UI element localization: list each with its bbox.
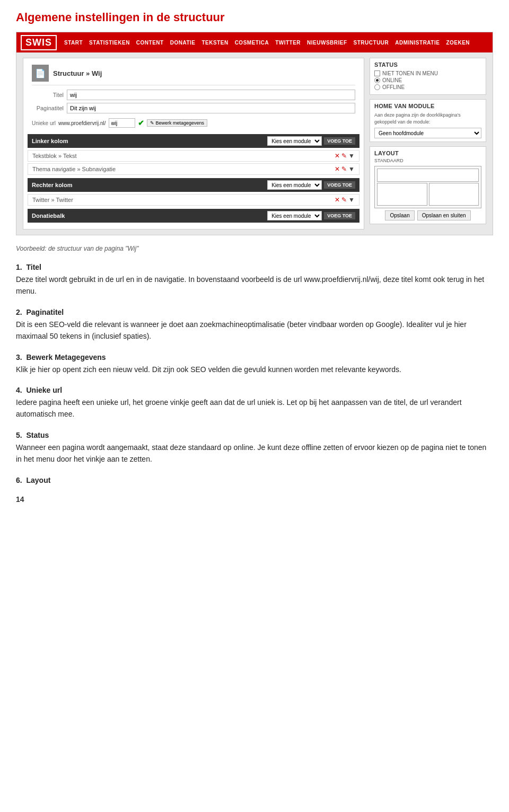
section-3: 3. Bewerk Metagegevens Klik je hier op o… [16,353,493,375]
section-1-number: 1. [16,263,22,271]
section-2-body: Dit is een SEO-veld die relevant is wann… [16,319,493,342]
thema-nav-label: Thema navigatie » Subnavigatie [32,166,116,172]
niet-tonen-label: NIET TONEN IN MENU [382,70,438,76]
nav-teksten[interactable]: TEKSTEN [201,40,228,46]
paginatitel-input[interactable] [67,103,355,113]
url-valid-icon: ✔ [138,119,144,127]
tekstblok-close-icon[interactable]: ✕ [335,152,340,160]
thema-nav-actions: ✕ ✎ ▼ [335,165,355,173]
bewerk-metagegevens-button[interactable]: ✎ Bewerk metagegevens [147,119,208,127]
cms-content-area: 📄 Structuur » Wij Titel Paginatitel [16,52,493,235]
status-title: Status [374,61,481,68]
hoofdmodule-select[interactable]: Geen hoofdmodule [374,128,481,138]
thema-nav-close-icon[interactable]: ✕ [335,165,340,173]
nav-cosmetica[interactable]: COSMETICA [235,40,269,46]
section-2: 2. Paginatitel Dit is een SEO-veld die r… [16,308,493,342]
section-6-heading: Layout [26,476,50,484]
layout-col-right [429,183,479,206]
offline-label: OFFLINE [382,84,405,90]
offline-radio[interactable] [374,84,380,90]
swis-nav: SWIS START STATISTIEKEN CONTENT DONATIE … [16,32,493,52]
page-icon: 📄 [32,65,49,82]
offline-row: OFFLINE [374,84,481,90]
opslaan-sluiten-button[interactable]: Opslaan en sluiten [417,210,471,220]
save-buttons-row: Opslaan Opslaan en sluiten [374,210,481,220]
title-form-area: Titel Paginatitel [32,90,355,116]
edit-icon: ✎ [150,120,154,126]
twitter-label: Twitter » Twitter [32,197,73,203]
layout-middle-row [377,183,479,206]
section-4-number: 4. [16,386,22,394]
section-2-heading: Paginatitel [26,308,64,316]
tekstblok-move-icon[interactable]: ▼ [348,152,355,160]
thema-nav-move-icon[interactable]: ▼ [348,165,355,173]
donatiebalk-header: Donatiebalk Kies een module VOEG TOE [28,209,359,223]
screenshot-frame: SWIS START STATISTIEKEN CONTENT DONATIE … [16,32,493,235]
tekstblok-module-row: Tekstblok » Tekst ✕ ✎ ▼ [28,150,359,162]
rechter-kolom-voeg-toe-button[interactable]: VOEG TOE [324,181,355,189]
layout-col-left [377,183,427,206]
screenshot-caption: Voorbeeld: de structuur van de pagina "W… [16,245,493,252]
nav-statistieken[interactable]: STATISTIEKEN [89,40,130,46]
rechter-kolom-controls: Kies een module VOEG TOE [267,180,355,190]
nav-administratie[interactable]: ADMINISTRATIE [395,40,440,46]
nav-content[interactable]: CONTENT [136,40,164,46]
twitter-edit-icon[interactable]: ✎ [341,196,347,204]
twitter-module-row: Twitter » Twitter ✕ ✎ ▼ [28,194,359,206]
title-form-left: Titel Paginatitel [32,90,355,116]
tekstblok-actions: ✕ ✎ ▼ [335,152,355,160]
url-slug-input[interactable] [109,118,135,128]
right-panel: Status NIET TONEN IN MENU ONLINE OFFLINE… [370,58,486,230]
breadcrumb-row: 📄 Structuur » Wij [32,65,355,85]
twitter-close-icon[interactable]: ✕ [335,196,340,204]
section-3-body: Klik je hier op opent zich een nieuw vel… [16,364,493,375]
online-label: ONLINE [382,77,402,83]
rechter-kolom-label: Rechter kolom [32,182,72,188]
thema-nav-module-row: Thema navigatie » Subnavigatie ✕ ✎ ▼ [28,163,359,175]
home-module-desc: Aan deze pagina zijn de doorklikpagina's… [374,112,481,125]
linker-kolom-voeg-toe-button[interactable]: VOEG TOE [324,137,355,145]
linker-kolom-controls: Kies een module VOEG TOE [267,136,355,146]
donatiebalk-voeg-toe-button[interactable]: VOEG TOE [324,212,355,219]
layout-box: Layout STANDAARD Opslaan Opslaan en slui… [370,146,486,224]
url-label: Unieke url [32,120,56,126]
linker-kolom-header: Linker kolom Kies een module VOEG TOE [28,134,359,148]
section-6-number: 6. [16,476,22,484]
thema-nav-edit-icon[interactable]: ✎ [341,165,347,173]
section-2-number: 2. [16,308,22,316]
titel-label: Titel [32,92,64,98]
page-main-title: Algemene instellingen in de structuur [16,11,493,24]
donatiebalk-label: Donatiebalk [32,213,65,219]
twitter-actions: ✕ ✎ ▼ [335,196,355,204]
url-row: Unieke url www.proefdiervrij.nl/ ✔ ✎ Bew… [32,118,355,128]
donatiebalk-module-select[interactable]: Kies een module [267,211,322,220]
status-box: Status NIET TONEN IN MENU ONLINE OFFLINE [370,58,486,95]
section-1: 1. Titel Deze titel wordt gebruikt in de… [16,263,493,297]
linker-kolom-label: Linker kolom [32,138,68,144]
tekstblok-edit-icon[interactable]: ✎ [341,152,347,160]
online-row: ONLINE [374,77,481,83]
linker-kolom-module-select[interactable]: Kies een module [267,136,322,146]
rechter-kolom-module-select[interactable]: Kies een module [267,180,322,190]
standaard-label: STANDAARD [374,158,481,163]
nav-start[interactable]: START [64,40,83,46]
opslaan-button[interactable]: Opslaan [385,210,414,220]
section-4: 4. Unieke url Iedere pagina heeft een un… [16,386,493,420]
section-3-heading: Bewerk Metagegevens [26,353,106,361]
online-radio[interactable] [374,77,380,83]
layout-top-row [377,169,479,182]
nav-structuur[interactable]: STRUCTUUR [354,40,389,46]
nav-zoeken[interactable]: ZOEKEN [446,40,470,46]
nav-twitter[interactable]: TWITTER [275,40,301,46]
swis-nav-items: START STATISTIEKEN CONTENT DONATIE TEKST… [64,40,470,46]
titel-input[interactable] [67,90,355,100]
left-panel: 📄 Structuur » Wij Titel Paginatitel [23,58,364,230]
twitter-move-icon[interactable]: ▼ [348,196,355,204]
donatiebalk-controls: Kies een module VOEG TOE [267,211,355,220]
title-bar: 📄 Structuur » Wij Titel Paginatitel [28,63,359,134]
nav-nieuwsbrief[interactable]: NIEUWSBRIEF [307,40,347,46]
paginatitel-row: Paginatitel [32,103,355,113]
niet-tonen-checkbox[interactable] [374,70,380,76]
section-4-body: Iedere pagina heeft een unieke url, het … [16,396,493,420]
nav-donatie[interactable]: DONATIE [170,40,196,46]
